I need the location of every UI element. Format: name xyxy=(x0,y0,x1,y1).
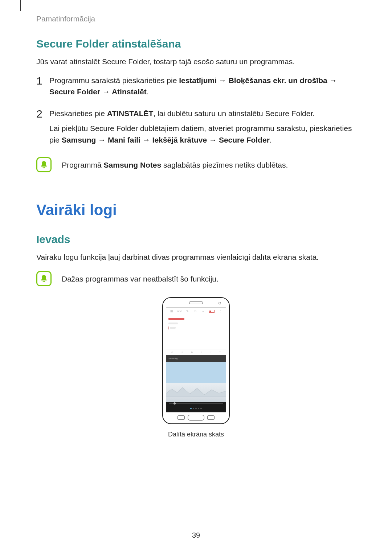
page-corner-mark xyxy=(20,0,21,11)
sublabel: — xyxy=(180,314,181,316)
step-2-line1: Pieskarieties pie ATINSTALĒT, lai dublēt… xyxy=(49,108,356,119)
dot xyxy=(195,408,197,409)
note-block-2: Dažas programmas var neatbalstīt šo funk… xyxy=(36,271,356,286)
note-text-2: Dažas programmas var neatbalstīt šo funk… xyxy=(62,271,219,285)
step-body: Pieskarieties pie ATINSTALĒT, lai dublēt… xyxy=(49,108,356,149)
list-icon: ≡ xyxy=(181,351,183,354)
text-icon: abc xyxy=(177,309,182,313)
battery-icon xyxy=(209,310,215,313)
format-toolbar: ☺ ≡ B I U T xyxy=(166,349,226,355)
pen-icon: ✎ xyxy=(185,309,189,313)
dot-active xyxy=(190,408,192,409)
phone-recent-button xyxy=(177,415,185,420)
intro-text: Jūs varat atinstalēt Secure Folder, tost… xyxy=(36,56,356,67)
mountain-icon xyxy=(166,386,226,397)
top-toolbar: ▦ abc ✎ ▭ ⌄ ⋮ xyxy=(166,308,226,314)
clipboard-icon: ▭ xyxy=(193,309,197,313)
progress-track xyxy=(169,403,223,404)
emoji-icon: ☺ xyxy=(171,351,173,354)
mic-icon: ⌄ xyxy=(201,309,205,313)
bold-icon: B xyxy=(191,351,193,354)
phone-back-button xyxy=(207,415,215,420)
step-body: Programmu sarakstā pieskarieties pie Ies… xyxy=(49,75,356,101)
phone-speaker xyxy=(189,301,203,304)
step-2: 2 Pieskarieties pie ATINSTALĒT, lai dubl… xyxy=(36,108,356,149)
note-block: Programmā Samsung Notes saglabātās piezī… xyxy=(36,157,356,172)
bell-icon xyxy=(36,157,52,172)
illustration-caption: Dalītā ekrāna skats xyxy=(36,431,356,438)
section-heading-intro: Ievads xyxy=(36,233,356,246)
pagination-bar xyxy=(166,405,226,412)
step-2-line2: Lai piekļūtu Secure Folder dublētajiem d… xyxy=(49,123,356,145)
sublabel: — xyxy=(205,314,207,316)
phone-camera xyxy=(219,302,221,304)
step-number: 1 xyxy=(36,75,49,87)
document-page: Pamatinformācija Secure Folder atinstalē… xyxy=(0,0,392,554)
more-icon: ⋮ xyxy=(219,357,223,360)
dot xyxy=(193,408,194,409)
split-bottom-app xyxy=(166,362,226,412)
italic-icon: I xyxy=(201,351,201,354)
breadcrumb: Pamatinformācija xyxy=(36,15,356,23)
more-icon: ⋮ xyxy=(218,309,222,313)
phone-illustration-wrap: ▦ abc ✎ ▭ ⌄ ⋮ — — — — — xyxy=(36,297,356,438)
sublabel: — xyxy=(171,314,173,316)
step-1: 1 Programmu sarakstā pieskarieties pie I… xyxy=(36,75,356,101)
sublabel: — xyxy=(188,314,190,316)
title-bar xyxy=(168,318,184,320)
section-heading-secure-folder: Secure Folder atinstalēšana xyxy=(36,38,356,50)
section-title-multiwindow: Vairāki logi xyxy=(36,201,356,219)
note-text: Programmā Samsung Notes saglabātās piezī… xyxy=(62,157,288,171)
split-top-app: ▦ abc ✎ ▭ ⌄ ⋮ — — — — — xyxy=(166,308,226,356)
progress-bar xyxy=(166,402,226,405)
sublabel: — xyxy=(197,314,199,316)
divider-label: Samsung xyxy=(168,357,177,360)
top-sublabels: — — — — — xyxy=(166,314,226,317)
textcolor-icon: T xyxy=(220,351,221,354)
intro-text-2: Vairāku logu funkcija ļauj darbināt diva… xyxy=(36,251,356,263)
phone-screen: ▦ abc ✎ ▭ ⌄ ⋮ — — — — — xyxy=(166,307,226,413)
underline-icon: U xyxy=(209,351,211,354)
text-line xyxy=(170,327,176,329)
dot xyxy=(200,408,202,409)
step-number: 2 xyxy=(36,108,49,120)
split-divider: Samsung ⋮ xyxy=(166,355,226,362)
page-number: 39 xyxy=(0,531,392,539)
gallery-photo xyxy=(166,362,226,402)
text-caret xyxy=(168,327,169,329)
text-line xyxy=(168,323,178,324)
dot xyxy=(198,408,199,409)
progress-knob xyxy=(173,402,176,405)
cursor-line xyxy=(168,327,224,329)
bell-icon xyxy=(36,271,52,286)
phone-illustration: ▦ abc ✎ ▭ ⌄ ⋮ — — — — — xyxy=(162,297,230,424)
pagination-dots xyxy=(190,408,202,409)
phone-home-button xyxy=(188,415,204,420)
step-1-text: Programmu sarakstā pieskarieties pie Ies… xyxy=(49,75,356,98)
grid-icon: ▦ xyxy=(170,309,174,313)
